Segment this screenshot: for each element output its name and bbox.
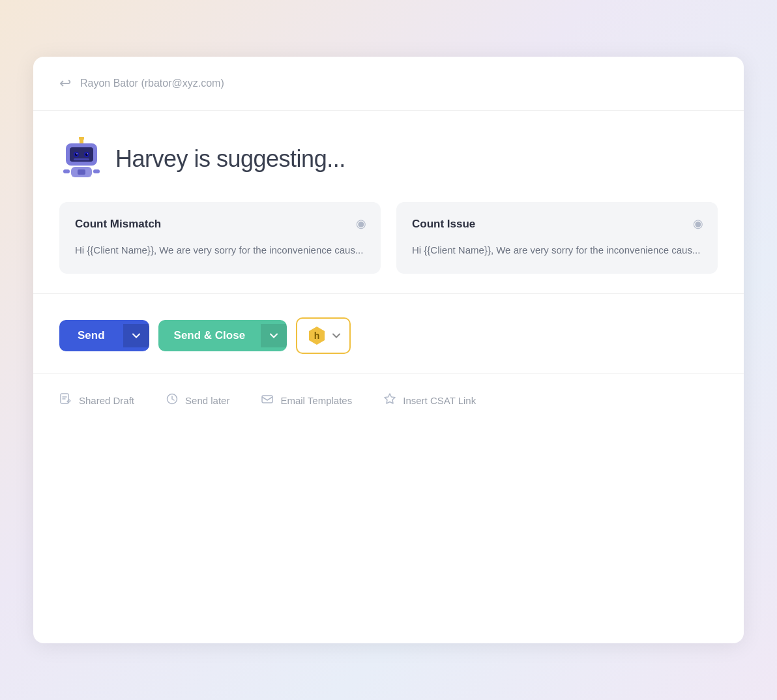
send-close-button[interactable]: Send & Close (158, 320, 287, 351)
recipient-label: Rayon Bator (rbator@xyz.com) (80, 78, 224, 89)
email-templates-label: Email Templates (280, 395, 352, 406)
template-title-1: Count Issue (412, 218, 702, 231)
template-body-0: Hi {{Client Name}}, We are very sorry fo… (75, 242, 365, 258)
harvey-badge-button[interactable]: h (296, 317, 351, 354)
template-title-0: Count Mismatch (75, 218, 365, 231)
send-later-label: Send later (185, 395, 229, 406)
main-card: ↩ Rayon Bator (rbator@xyz.com) (33, 57, 744, 643)
send-button[interactable]: Send (59, 320, 149, 351)
harvey-dropdown-icon (332, 331, 340, 340)
svg-rect-12 (78, 169, 85, 175)
svg-rect-19 (262, 396, 272, 403)
bottom-toolbar: Shared Draft Send later Email Templates (33, 374, 744, 427)
send-later-icon (166, 392, 179, 409)
insert-csat-item[interactable]: Insert CSAT Link (383, 392, 476, 409)
send-close-dropdown-button[interactable] (261, 324, 287, 347)
recipient-bar: ↩ Rayon Bator (rbator@xyz.com) (33, 57, 744, 111)
template-body-1: Hi {{Client Name}}, We are very sorry fo… (412, 242, 702, 258)
svg-text:h: h (314, 330, 320, 341)
harvey-title: Harvey is suggesting... (115, 145, 345, 173)
reply-icon[interactable]: ↩ (59, 75, 71, 92)
svg-rect-14 (93, 169, 100, 173)
harvey-section: Harvey is suggesting... ◉ Count Mismatch… (33, 111, 744, 294)
shared-draft-icon (59, 392, 72, 409)
svg-rect-13 (63, 169, 70, 173)
insert-csat-icon (383, 392, 396, 409)
eye-icon-1[interactable]: ◉ (693, 216, 703, 231)
send-later-item[interactable]: Send later (166, 392, 229, 409)
send-dropdown-button[interactable] (123, 324, 149, 347)
harvey-badge-icon: h (306, 325, 327, 346)
shared-draft-label: Shared Draft (79, 395, 134, 406)
insert-csat-label: Insert CSAT Link (403, 395, 476, 406)
action-area: Send Send & Close (33, 294, 744, 374)
shared-draft-item[interactable]: Shared Draft (59, 392, 134, 409)
harvey-bot-icon (59, 137, 104, 181)
email-templates-item[interactable]: Email Templates (261, 392, 352, 409)
template-cards: ◉ Count Mismatch Hi {{Client Name}}, We … (59, 202, 718, 274)
template-card-0[interactable]: ◉ Count Mismatch Hi {{Client Name}}, We … (59, 202, 381, 274)
buttons-row: Send Send & Close (59, 317, 718, 354)
harvey-header: Harvey is suggesting... (59, 137, 718, 181)
template-card-1[interactable]: ◉ Count Issue Hi {{Client Name}}, We are… (396, 202, 718, 274)
svg-rect-10 (74, 158, 89, 160)
send-close-label: Send & Close (158, 320, 261, 351)
svg-point-8 (76, 153, 78, 154)
svg-point-9 (87, 153, 88, 154)
email-templates-icon (261, 392, 274, 409)
send-label: Send (59, 320, 123, 351)
eye-icon-0[interactable]: ◉ (356, 216, 366, 231)
